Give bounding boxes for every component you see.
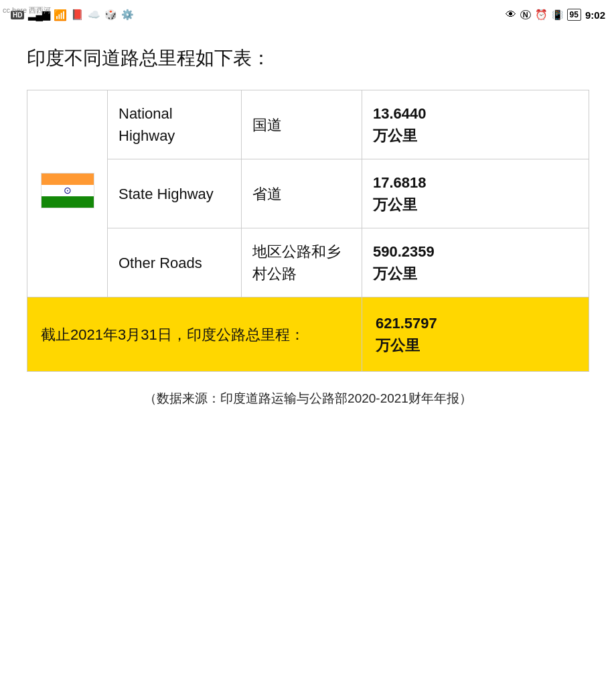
flag-stripe-green <box>42 196 94 208</box>
row1-en-name: National Highway <box>108 90 242 159</box>
ashoka-chakra: ⊙ <box>64 184 72 198</box>
row2-en-name: State Highway <box>108 159 242 228</box>
nfc-icon: N <box>520 10 531 19</box>
table-row: ⊙ National Highway 国道 13.6440 万公里 <box>27 90 589 159</box>
data-source-note: （数据来源：印度道路运输与公路部2020-2021财年年报） <box>27 388 589 409</box>
vibrate-icon: 📳 <box>552 9 563 20</box>
row1-value: 13.6440 万公里 <box>362 90 589 159</box>
flag-cell: ⊙ <box>27 90 108 297</box>
cloud-icon: ☁️ <box>88 9 100 21</box>
row3-en-name: Other Roads <box>108 228 242 297</box>
row1-cn-name: 国道 <box>242 90 362 159</box>
book-icon: 📕 <box>71 9 84 21</box>
alarm-icon: ⏰ <box>535 9 548 21</box>
time-display: 9:02 <box>585 9 605 21</box>
row3-cn-name: 地区公路和乡村公路 <box>242 228 362 297</box>
page-title: 印度不同道路总里程如下表： <box>27 46 589 71</box>
cube-icon: 🎲 <box>104 9 117 21</box>
battery-indicator: 95 <box>567 9 581 21</box>
status-bar: HD ▂▄▆ 📶 📕 ☁️ 🎲 ⚙️ 👁 N ⏰ 📳 95 9:02 <box>0 0 616 29</box>
row2-cn-name: 省道 <box>242 159 362 228</box>
row2-value: 17.6818 万公里 <box>362 159 589 228</box>
india-flag: ⊙ <box>41 173 94 208</box>
page-content: 印度不同道路总里程如下表： ⊙ National Highway 国道 <box>0 29 616 436</box>
eye-icon: 👁 <box>506 9 516 21</box>
footer-label: 截止2021年3月31日，印度公路总里程： <box>27 297 362 372</box>
data-table: ⊙ National Highway 国道 13.6440 万公里 State … <box>27 90 589 372</box>
table-row: Other Roads 地区公路和乡村公路 590.2359 万公里 <box>27 228 589 297</box>
status-right: 👁 N ⏰ 📳 95 9:02 <box>506 9 605 21</box>
table-row: State Highway 省道 17.6818 万公里 <box>27 159 589 228</box>
watermark: cc here 西西河 <box>0 5 51 15</box>
footer-value: 621.5797 万公里 <box>362 297 589 372</box>
table-footer-row: 截止2021年3月31日，印度公路总里程： 621.5797 万公里 <box>27 297 589 372</box>
wifi-icon: 📶 <box>54 9 67 21</box>
flag-stripe-white: ⊙ <box>42 185 94 196</box>
settings-icon: ⚙️ <box>121 9 134 21</box>
row3-value: 590.2359 万公里 <box>362 228 589 297</box>
